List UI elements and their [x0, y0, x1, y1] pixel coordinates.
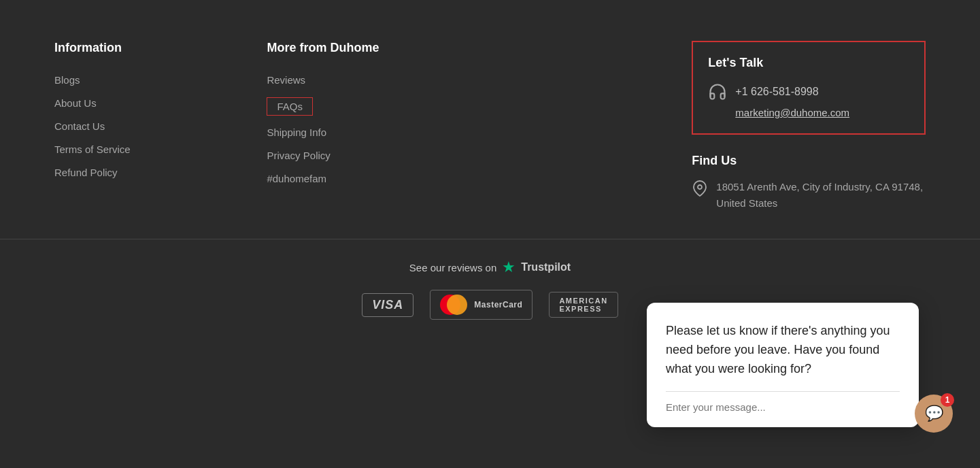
list-item: Terms of Service: [54, 144, 267, 156]
trustpilot-row: See our reviews on ★ Trustpilot: [409, 258, 571, 276]
more-heading: More from Duhome: [267, 41, 479, 55]
list-item: Refund Policy: [54, 167, 267, 179]
chat-popup-message: Please let us know if there's anything y…: [666, 322, 900, 379]
chat-badge: 1: [941, 393, 954, 407]
payment-icons: VISA MasterCard AMERICANEXPRESS: [362, 290, 618, 320]
blogs-link[interactable]: Blogs: [54, 74, 80, 86]
trustpilot-star-icon: ★: [502, 258, 516, 276]
duhomefam-link[interactable]: #duhomefam: [267, 173, 326, 184]
contact-us-link[interactable]: Contact Us: [54, 120, 105, 132]
visa-icon: VISA: [362, 293, 413, 317]
terms-of-service-link[interactable]: Terms of Service: [54, 144, 131, 155]
headset-icon: [708, 82, 727, 101]
find-us-heading: Find Us: [692, 154, 926, 168]
list-item: Blogs: [54, 74, 267, 86]
list-item: Privacy Policy: [267, 150, 479, 162]
faqs-link[interactable]: FAQs: [267, 97, 313, 116]
email-link[interactable]: marketing@duhome.com: [735, 107, 909, 118]
location-icon: [692, 180, 708, 197]
information-heading: Information: [54, 41, 267, 55]
chat-button[interactable]: 💬 1: [915, 395, 953, 433]
find-us-section: Find Us 18051 Arenth Ave, City of Indust…: [692, 154, 926, 212]
chat-icon: 💬: [925, 405, 943, 422]
chat-popup-divider: [666, 391, 900, 392]
refund-policy-link[interactable]: Refund Policy: [54, 167, 118, 178]
reviews-link[interactable]: Reviews: [267, 74, 305, 86]
more-links: Reviews FAQs Shipping Info Privacy Polic…: [267, 74, 479, 185]
amex-icon: AMERICANEXPRESS: [549, 292, 618, 318]
list-item: Reviews: [267, 74, 479, 86]
footer-container: Information Blogs About Us Contact Us Te…: [0, 0, 980, 339]
list-item: Shipping Info: [267, 127, 479, 139]
spacer-col: [479, 41, 692, 212]
chat-popup: Please let us know if there's anything y…: [647, 303, 919, 427]
trustpilot-brand: Trustpilot: [521, 261, 571, 273]
list-item: About Us: [54, 97, 267, 110]
lets-talk-heading: Let's Talk: [708, 56, 909, 70]
mastercard-icon: MasterCard: [430, 290, 533, 320]
address-row: 18051 Arenth Ave, City of Industry, CA 9…: [692, 179, 926, 212]
list-item: FAQs: [267, 97, 479, 116]
list-item: Contact Us: [54, 120, 267, 133]
svg-point-0: [698, 185, 702, 189]
information-column: Information Blogs About Us Contact Us Te…: [54, 41, 267, 212]
footer-top: Information Blogs About Us Contact Us Te…: [0, 0, 980, 239]
lets-talk-box: Let's Talk +1 626-581-8998 marketing@duh…: [692, 41, 926, 135]
information-links: Blogs About Us Contact Us Terms of Servi…: [54, 74, 267, 179]
phone-number: +1 626-581-8998: [735, 86, 818, 98]
privacy-policy-link[interactable]: Privacy Policy: [267, 150, 330, 161]
address-text: 18051 Arenth Ave, City of Industry, CA 9…: [716, 179, 926, 212]
chat-message-input[interactable]: [666, 401, 900, 413]
trustpilot-text: See our reviews on: [409, 262, 496, 273]
list-item: #duhomefam: [267, 173, 479, 185]
more-column: More from Duhome Reviews FAQs Shipping I…: [267, 41, 479, 212]
phone-row: +1 626-581-8998: [708, 82, 909, 101]
about-us-link[interactable]: About Us: [54, 97, 97, 109]
shipping-info-link[interactable]: Shipping Info: [267, 127, 326, 138]
contact-column: Let's Talk +1 626-581-8998 marketing@duh…: [692, 41, 926, 212]
